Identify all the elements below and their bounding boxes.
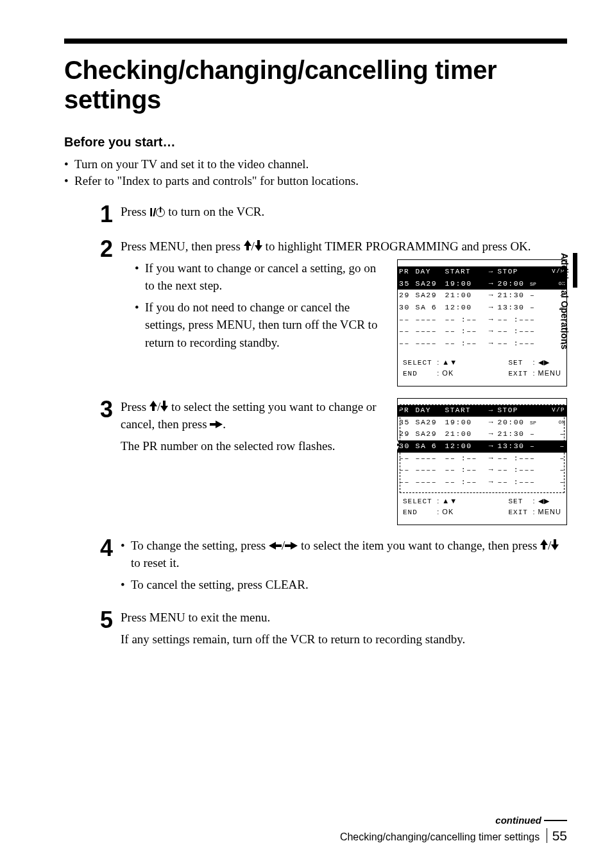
down-arrow-icon — [255, 240, 262, 250]
text: Press MENU to exit the menu. — [121, 609, 567, 627]
text: to turn on the VCR. — [165, 205, 264, 218]
step-number: 2 — [100, 238, 118, 261]
cell: –– :–– — [444, 464, 487, 476]
symbol: : ▲▼ — [437, 497, 457, 505]
label: SELECT — [403, 359, 432, 367]
cell: –– :–– — [444, 338, 487, 350]
cell: –––– — [414, 314, 444, 326]
cell: –– — [398, 314, 414, 326]
cell: → — [486, 278, 496, 290]
label: END — [403, 370, 418, 378]
cell: –––– — [414, 476, 444, 489]
before-text: Before you start — [64, 135, 162, 149]
cell: 29 — [398, 290, 414, 302]
cell: → — [486, 464, 496, 476]
label: SET — [508, 359, 523, 367]
step-5: 5 Press MENU to exit the menu. If any se… — [100, 609, 567, 652]
cell: –– :–– — [444, 476, 487, 489]
text: to select the setting you want to change… — [121, 400, 377, 431]
cell: 20:00 — [497, 279, 524, 288]
cell: –– — [398, 453, 414, 465]
step-number: 1 — [100, 203, 118, 226]
cell: → — [486, 314, 496, 326]
before-dots: … — [162, 135, 176, 149]
step-body: To change the setting, press / to select… — [121, 537, 567, 598]
osd-screen-1: PR DAY START → STOP V/P 35 SA29 19:00 — [397, 259, 567, 386]
page-footer: continued Checking/changing/cancelling t… — [64, 814, 567, 844]
before-item: Refer to "Index to parts and controls" f… — [64, 173, 567, 189]
cell: 21:00 — [444, 290, 487, 302]
tab-label: Additional Operations — [559, 253, 570, 349]
cell: 35 — [398, 417, 414, 429]
cell: 21:30 — [497, 291, 524, 299]
step-body: Press / to select the setting you want t… — [121, 398, 567, 525]
step-number: 4 — [100, 537, 118, 560]
cell: → — [486, 302, 496, 314]
col-arrow: → — [486, 405, 496, 417]
cell: – — [547, 428, 566, 440]
continued-label: continued — [495, 815, 541, 826]
step-body: Press I/ to turn on the VCR. — [121, 203, 567, 225]
col-arrow: → — [486, 266, 496, 278]
cell: –– :––– — [496, 464, 547, 476]
col-stop: STOP — [496, 405, 547, 417]
list-item: To change the setting, press / to select… — [121, 537, 567, 572]
cell: SA29 — [414, 290, 444, 302]
cell: → — [486, 440, 496, 453]
step-2: 2 Press MENU, then press / to highlight … — [100, 238, 567, 386]
cell: –– :––– — [496, 314, 547, 326]
cell: –––– — [414, 338, 444, 350]
step-number: 3 — [100, 398, 118, 421]
cell: – — [547, 464, 566, 476]
text: . — [223, 417, 226, 431]
power-icon — [156, 208, 165, 217]
cell: → — [486, 326, 496, 338]
top-rule — [64, 39, 567, 44]
text: To change the setting, press — [131, 539, 269, 552]
list-item: If you want to change or cancel a settin… — [135, 259, 386, 295]
cell: SP — [530, 281, 536, 287]
up-arrow-icon — [149, 401, 157, 411]
cell: –––– — [414, 453, 444, 465]
cell: SP — [530, 420, 536, 426]
footer-title: Checking/changing/cancelling timer setti… — [340, 831, 540, 842]
cell: 21:00 — [444, 428, 487, 440]
power-button-label: I/ — [149, 204, 157, 221]
steps: 1 Press I/ to turn on the VCR. 2 Press M… — [100, 203, 567, 652]
text: Press MENU, then press — [121, 239, 244, 253]
symbol: : ◀▶ — [533, 497, 550, 505]
symbol: : OK — [437, 508, 454, 516]
symbol: : MENU — [533, 508, 562, 516]
cell: SA29 — [414, 278, 444, 290]
label: SELECT — [403, 498, 432, 505]
cell: 30 — [398, 302, 414, 314]
cell: → — [486, 453, 496, 465]
label: EXIT — [508, 508, 527, 516]
cell: – — [547, 440, 566, 453]
cell: 12:00 — [444, 440, 487, 453]
col-pr: PR — [398, 266, 414, 278]
cell: 19:00 — [444, 278, 487, 290]
cell: –––– — [414, 464, 444, 476]
cell: –– :–– — [444, 453, 487, 465]
symbol: : ◀▶ — [533, 358, 550, 366]
cell: 19:00 — [444, 417, 487, 429]
osd-footer: SELECT : ▲▼ END : OK SET : ◀▶ EXIT : MEN… — [398, 492, 566, 519]
step-number: 5 — [100, 609, 118, 632]
tab-marker — [573, 253, 577, 288]
right-arrow-icon — [285, 542, 298, 550]
col-start: START — [444, 405, 487, 417]
cell: 21:30 — [497, 430, 524, 438]
cell: –– — [398, 476, 414, 489]
symbol: : MENU — [533, 369, 562, 377]
cell: –– :–– — [444, 326, 487, 338]
list-item: If you do not need to change or cancel t… — [135, 299, 386, 352]
page-title: Checking/changing/cancelling timer setti… — [64, 55, 567, 114]
label: END — [403, 508, 418, 516]
cell: – — [547, 476, 566, 489]
cell: –– :–– — [444, 314, 487, 326]
continued-rule — [544, 820, 567, 821]
text: to select the item you want to change, t… — [298, 539, 540, 552]
symbol: : ▲▼ — [437, 358, 457, 366]
up-arrow-icon — [540, 539, 548, 550]
